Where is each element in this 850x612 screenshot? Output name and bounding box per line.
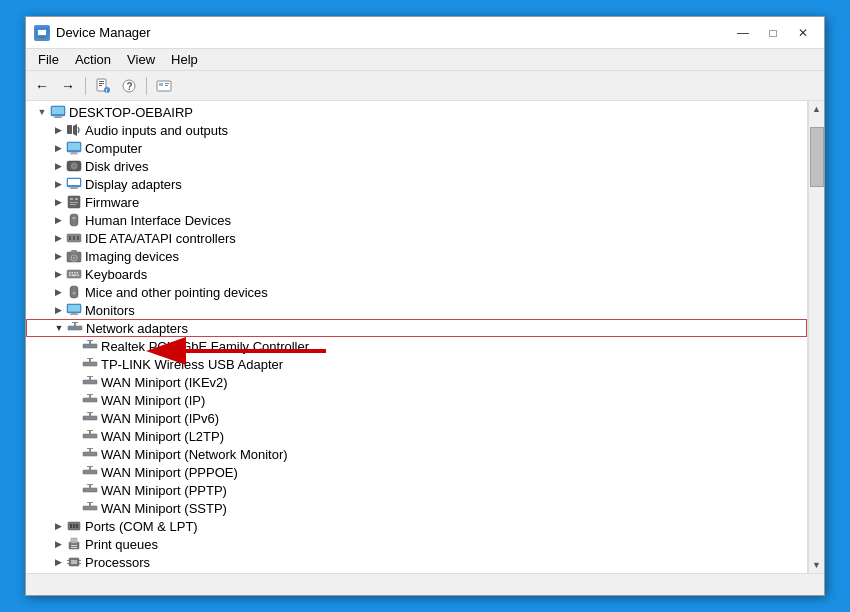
monitors-icon — [66, 302, 82, 318]
maximize-button[interactable]: □ — [760, 23, 786, 43]
hid-expand[interactable]: ▶ — [50, 212, 66, 228]
svg-rect-81 — [87, 376, 93, 377]
keyboard-expand[interactable]: ▶ — [50, 266, 66, 282]
title-bar: Device Manager — □ ✕ — [26, 17, 824, 49]
svg-rect-97 — [87, 448, 93, 449]
ports-icon — [66, 518, 82, 534]
scroll-down-button[interactable]: ▼ — [809, 557, 825, 573]
tree-item-wan-pptp[interactable]: ▶ WAN Miniport (PPTP) — [26, 481, 807, 499]
monitors-expand[interactable]: ▶ — [50, 302, 66, 318]
tree-item-ide[interactable]: ▶ IDE ATA/ATAPI controllers — [26, 229, 807, 247]
svg-rect-1 — [38, 30, 46, 35]
svg-rect-34 — [75, 198, 78, 200]
scroll-track[interactable] — [809, 117, 824, 557]
tplink-label: TP-LINK Wireless USB Adapter — [101, 357, 283, 372]
vertical-scrollbar[interactable]: ▲ ▼ — [808, 101, 824, 573]
audio-expand[interactable]: ▶ — [50, 122, 66, 138]
computer-icon — [50, 104, 66, 120]
network-label: Network adapters — [86, 321, 188, 336]
svg-rect-42 — [73, 236, 75, 240]
menu-bar: File Action View Help — [26, 49, 824, 71]
wan-ip-icon — [82, 392, 98, 408]
tree-item-monitors[interactable]: ▶ Monitors — [26, 301, 807, 319]
tree-item-hid[interactable]: ▶ Human Interface Devices — [26, 211, 807, 229]
tree-item-wan-ipv6[interactable]: ▶ WAN Miniport (IPv6) — [26, 409, 807, 427]
display-label: Display adapters — [85, 177, 182, 192]
processors-expand[interactable]: ▶ — [50, 554, 66, 570]
computer-expand[interactable]: ▶ — [50, 140, 66, 156]
tree-item-wan-sstp[interactable]: ▶ WAN Miniport (SSTP) — [26, 499, 807, 517]
svg-point-58 — [73, 292, 76, 295]
svg-rect-53 — [69, 275, 71, 277]
tree-item-imaging[interactable]: ▶ Imaging devices — [26, 247, 807, 265]
minimize-button[interactable]: — — [730, 23, 756, 43]
disk-expand[interactable]: ▶ — [50, 158, 66, 174]
tree-item-tplink[interactable]: ▶ TP-LINK Wireless USB Adapter — [26, 355, 807, 373]
tree-panel[interactable]: ▼ DESKTOP-OEBAIRP ▶ — [26, 101, 808, 573]
scroll-thumb[interactable] — [810, 127, 824, 187]
tree-item-network[interactable]: ▼ Network adapters — [26, 319, 807, 337]
svg-rect-70 — [84, 345, 86, 347]
print-expand[interactable]: ▶ — [50, 536, 66, 552]
imaging-expand[interactable]: ▶ — [50, 248, 66, 264]
svg-rect-95 — [84, 453, 86, 455]
monitors-label: Monitors — [85, 303, 135, 318]
close-button[interactable]: ✕ — [790, 23, 816, 43]
forward-button[interactable]: → — [56, 75, 80, 97]
menu-help[interactable]: Help — [163, 50, 206, 69]
ide-expand[interactable]: ▶ — [50, 230, 66, 246]
help-button[interactable]: ? — [117, 75, 141, 97]
svg-rect-117 — [71, 547, 77, 548]
tree-item-processors[interactable]: ▶ Processors — [26, 553, 807, 571]
svg-rect-113 — [76, 524, 78, 528]
network-expand[interactable]: ▼ — [51, 320, 67, 336]
tree-item-wan-ikev2[interactable]: ▶ WAN Miniport (IKEv2) — [26, 373, 807, 391]
tree-item-keyboard[interactable]: ▶ Keyboards — [26, 265, 807, 283]
tree-item-firmware[interactable]: ▶ Firmware — [26, 193, 807, 211]
show-hidden-button[interactable] — [152, 75, 176, 97]
tree-item-mice[interactable]: ▶ Mice and other pointing devices — [26, 283, 807, 301]
menu-action[interactable]: Action — [67, 50, 119, 69]
wan-ipv6-icon — [82, 410, 98, 426]
root-expand-arrow[interactable]: ▼ — [34, 104, 50, 120]
svg-rect-45 — [71, 250, 77, 253]
disk-icon — [66, 158, 82, 174]
display-expand[interactable]: ▶ — [50, 176, 66, 192]
svg-rect-3 — [38, 38, 46, 39]
firmware-expand[interactable]: ▶ — [50, 194, 66, 210]
mice-icon — [66, 284, 82, 300]
svg-rect-15 — [165, 85, 168, 86]
tree-item-wan-netmon[interactable]: ▶ WAN Miniport (Network Monitor) — [26, 445, 807, 463]
back-button[interactable]: ← — [30, 75, 54, 97]
svg-rect-22 — [68, 143, 80, 150]
svg-rect-68 — [72, 322, 78, 323]
tree-item-wan-ip[interactable]: ▶ WAN Miniport (IP) — [26, 391, 807, 409]
tree-root[interactable]: ▼ DESKTOP-OEBAIRP — [26, 103, 807, 121]
properties-button[interactable]: ! — [91, 75, 115, 97]
tree-item-ports[interactable]: ▶ Ports (COM & LPT) — [26, 517, 807, 535]
menu-view[interactable]: View — [119, 50, 163, 69]
tree-item-print[interactable]: ▶ Print queues — [26, 535, 807, 553]
tree-item-computer[interactable]: ▶ Computer — [26, 139, 807, 157]
tree-item-realtek[interactable]: ▶ Realtek PCIe GbE Family Controller — [26, 337, 807, 355]
svg-rect-121 — [67, 563, 69, 564]
tree-item-display[interactable]: ▶ Display adapters — [26, 175, 807, 193]
menu-file[interactable]: File — [30, 50, 67, 69]
svg-rect-6 — [99, 83, 104, 84]
tree-item-disk[interactable]: ▶ Disk drives — [26, 157, 807, 175]
tree-item-wan-pppoe[interactable]: ▶ WAN Miniport (PPPOE) — [26, 463, 807, 481]
ports-expand[interactable]: ▶ — [50, 518, 66, 534]
svg-rect-109 — [87, 502, 93, 503]
toolbar-separator-1 — [85, 77, 86, 95]
status-bar — [26, 573, 824, 595]
wan-pppoe-label: WAN Miniport (PPPOE) — [101, 465, 238, 480]
tree-item-wan-l2tp[interactable]: ▶ WAN Miniport (L2TP) — [26, 427, 807, 445]
mice-expand[interactable]: ▶ — [50, 284, 66, 300]
root-label: DESKTOP-OEBAIRP — [69, 105, 193, 120]
network-icon — [67, 320, 83, 336]
svg-rect-79 — [84, 381, 86, 383]
tree-item-audio[interactable]: ▶ Audio inputs and outputs — [26, 121, 807, 139]
scroll-up-button[interactable]: ▲ — [809, 101, 825, 117]
svg-rect-31 — [70, 188, 78, 189]
svg-rect-83 — [84, 399, 86, 401]
